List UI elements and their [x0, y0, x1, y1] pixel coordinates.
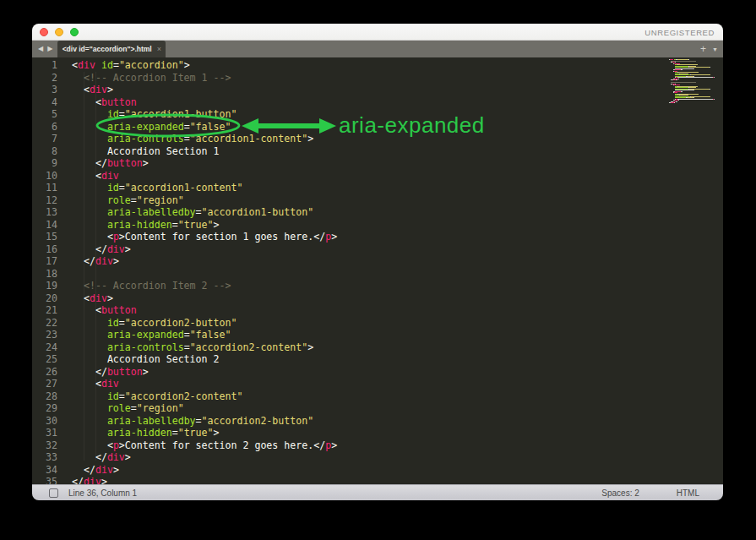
line-number: 27: [32, 378, 57, 390]
code-line: 29 role="region": [32, 402, 723, 415]
code-line: 27 <div: [32, 378, 723, 390]
code-line: 26 </button>: [32, 366, 723, 379]
code-line: 9 </button>: [32, 157, 723, 170]
code-line: 22 id="accordion2-button": [32, 317, 723, 330]
line-number: 17: [32, 255, 57, 268]
nav-forward-icon[interactable]: ▶: [47, 46, 52, 52]
code-line: 16 </div>: [32, 243, 723, 256]
line-number: 30: [32, 415, 57, 428]
cursor-position-label: Line 36, Column 1: [68, 488, 137, 498]
tab-close-icon[interactable]: ×: [157, 46, 161, 53]
code-line: 10 <div: [32, 170, 723, 183]
line-number: 13: [32, 206, 57, 219]
code-line: 13 aria-labelledby="accordion1-button": [32, 206, 723, 219]
line-number: 35: [32, 476, 57, 484]
line-number: 7: [32, 133, 57, 145]
line-number: 20: [32, 292, 57, 305]
tab-bar-controls: + ▼: [700, 41, 718, 57]
code-line: 31 aria-hidden="true">: [32, 427, 723, 439]
line-number: 21: [32, 304, 57, 317]
code-line: 32 <p>Content for section 2 goes here.</…: [32, 439, 723, 452]
tab-accordion-html[interactable]: <div id="accordion">.html ×: [57, 41, 166, 57]
line-number: 26: [32, 366, 57, 379]
code-line: 25 Accordion Section 2: [32, 353, 723, 366]
line-number: 34: [32, 464, 57, 477]
tab-title: <div id="accordion">.html: [63, 45, 152, 53]
line-number: 8: [32, 145, 57, 158]
new-tab-icon[interactable]: +: [700, 44, 706, 54]
status-bar-right: Spaces: 2 HTML: [601, 488, 699, 498]
line-number: 10: [32, 170, 57, 183]
code-line: 30 aria-labelledby="accordion2-button": [32, 415, 723, 428]
line-number: 1: [32, 59, 57, 72]
code-line: 11 id="accordion1-content": [32, 182, 723, 194]
line-number: 12: [32, 194, 57, 207]
line-number: 18: [32, 268, 57, 281]
line-number: 16: [32, 243, 57, 256]
code-line: 1<div id="accordion">: [32, 59, 723, 72]
code-line: 34 </div>: [32, 464, 723, 477]
line-number: 23: [32, 329, 57, 341]
line-number: 33: [32, 451, 57, 464]
line-number: 4: [32, 96, 57, 109]
close-window-button[interactable]: [40, 28, 48, 36]
minimap[interactable]: [669, 59, 720, 104]
indentation-setting[interactable]: Spaces: 2: [601, 488, 639, 498]
line-number: 28: [32, 390, 57, 403]
line-number: 29: [32, 402, 57, 415]
line-number: 9: [32, 157, 57, 170]
code-line: 12 role="region": [32, 194, 723, 207]
code-line: 17 </div>: [32, 255, 723, 268]
editor-window: UNREGISTERED ◀ ▶ <div id="accordion">.ht…: [32, 24, 723, 500]
code-line: 18: [32, 268, 723, 281]
code-line: 4 <button: [32, 96, 723, 109]
line-number: 31: [32, 427, 57, 439]
annotation-label: aria-expanded: [339, 112, 485, 139]
line-number: 25: [32, 353, 57, 366]
code-line: 15 <p>Content for section 1 goes here.</…: [32, 231, 723, 243]
line-number: 5: [32, 108, 57, 121]
code-line: 23 aria-expanded="false": [32, 329, 723, 341]
line-number: 24: [32, 341, 57, 354]
unregistered-label: UNREGISTERED: [645, 24, 715, 41]
line-number: 32: [32, 439, 57, 452]
code-line: 19 <!-- Accordion Item 2 -->: [32, 280, 723, 292]
code-line: 24 aria-controls="accordion2-content">: [32, 341, 723, 354]
line-number: 6: [32, 121, 57, 134]
status-bar: Line 36, Column 1 Spaces: 2 HTML: [32, 484, 723, 500]
code-line: 8 Accordion Section 1: [32, 145, 723, 158]
title-bar[interactable]: UNREGISTERED: [32, 24, 723, 41]
minimize-window-button[interactable]: [55, 28, 63, 36]
code-line: 35</div>: [32, 476, 723, 484]
line-number: 2: [32, 72, 57, 85]
line-number: 22: [32, 317, 57, 330]
code-line: 2 <!-- Accordion Item 1 -->: [32, 72, 723, 85]
code-line: 20 <div>: [32, 292, 723, 305]
indent-guide: [84, 72, 84, 461]
traffic-lights: [40, 28, 79, 36]
syntax-setting[interactable]: HTML: [677, 488, 699, 498]
tab-nav-arrows: ◀ ▶: [32, 41, 57, 57]
tab-bar: ◀ ▶ <div id="accordion">.html × + ▼: [32, 41, 723, 57]
code-line: 21 <button: [32, 304, 723, 317]
code-line: 3 <div>: [32, 84, 723, 96]
panel-toggle-icon[interactable]: [49, 488, 58, 498]
line-number: 14: [32, 219, 57, 232]
tab-overflow-icon[interactable]: ▼: [712, 46, 718, 52]
line-number: 11: [32, 182, 57, 194]
code-line: 33 </div>: [32, 451, 723, 464]
code-line: 14 aria-hidden="true">: [32, 219, 723, 232]
line-number: 15: [32, 231, 57, 243]
zoom-window-button[interactable]: [70, 28, 79, 36]
indent-guide: [95, 72, 96, 461]
code-line: 28 id="accordion2-content": [32, 390, 723, 403]
line-number: 3: [32, 84, 57, 96]
line-number: 19: [32, 280, 57, 292]
nav-back-icon[interactable]: ◀: [38, 46, 43, 52]
